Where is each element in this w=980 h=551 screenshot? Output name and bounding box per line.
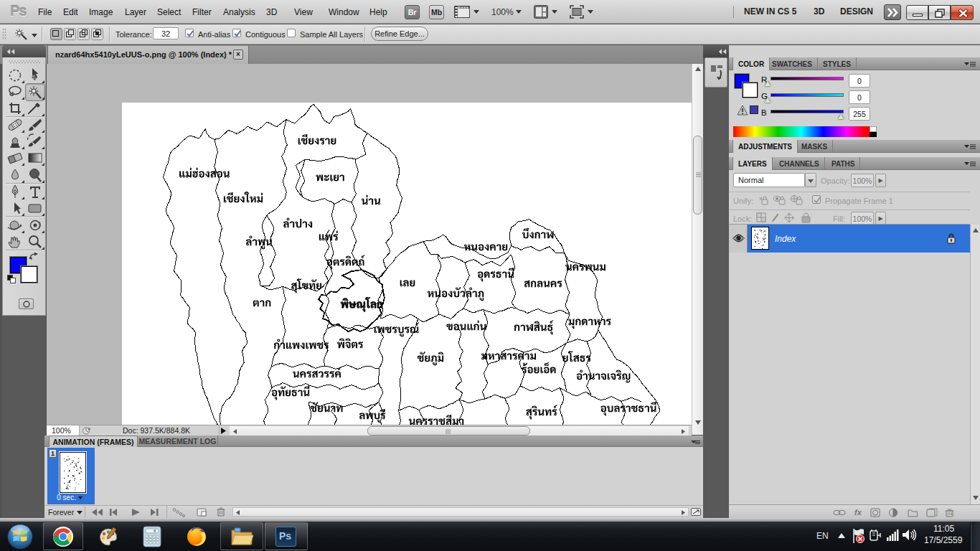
svg-text:8: 8	[154, 529, 156, 533]
svg-text:fx: fx	[854, 508, 862, 517]
